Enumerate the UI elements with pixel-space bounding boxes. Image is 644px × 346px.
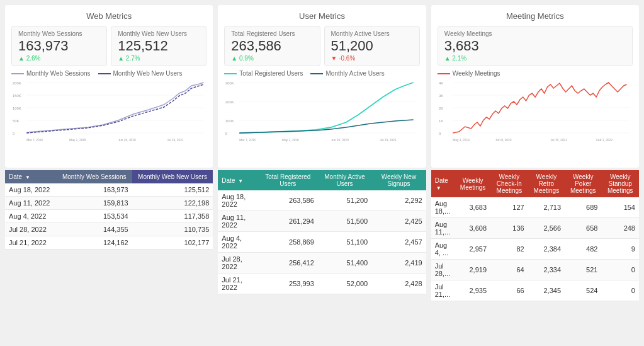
total-reg-cell: 263,586 xyxy=(258,190,318,211)
monthly-active-change: ▼ -0.6% xyxy=(331,55,413,62)
monthly-act-cell: 51,400 xyxy=(318,253,371,274)
web-date-cell: Aug 11, 2022 xyxy=(5,197,57,210)
standup-cell: 0 xyxy=(601,260,639,280)
standup-cell: 248 xyxy=(601,218,639,239)
total-reg-cell: 261,294 xyxy=(258,211,318,232)
total-registered-card: Total Registered Users 263,586 ▲ 0.9% xyxy=(224,26,320,66)
user-date-cell: Jul 21, 2022 xyxy=(218,274,257,294)
weekly-checkin-header[interactable]: Weekly Check-In Meetings xyxy=(490,170,528,197)
web-sessions-cell: 159,813 xyxy=(57,197,132,210)
web-date-cell: Jul 28, 2022 xyxy=(5,223,57,236)
monthly-active-card: Monthly Active Users 51,200 ▼ -0.6% xyxy=(324,26,420,66)
weekly-retro-header[interactable]: Weekly Retro Meetings xyxy=(528,170,565,197)
web-date-cell: Aug 4, 2022 xyxy=(5,210,57,223)
web-legend-new-users: Monthly Web New Users xyxy=(98,70,183,77)
weekly-mtg-cell: 2,957 xyxy=(455,239,490,260)
web-sessions-cell: 163,973 xyxy=(57,183,132,197)
web-new-users-cell: 117,358 xyxy=(132,210,213,223)
new-users-legend-line xyxy=(98,73,111,74)
table-row: Aug 11, 2022 261,294 51,500 2,425 xyxy=(218,211,426,232)
web-date-cell: Jul 21, 2022 xyxy=(5,236,57,250)
monthly-active-label: Monthly Active Users xyxy=(331,30,413,37)
svg-text:200K: 200K xyxy=(225,100,234,104)
total-legend-line xyxy=(224,73,237,74)
svg-text:0: 0 xyxy=(439,132,441,136)
table-row: Aug 4, 2022 258,869 51,100 2,457 xyxy=(218,232,426,253)
total-registered-change: ▲ 0.9% xyxy=(231,55,313,62)
svg-text:300K: 300K xyxy=(225,81,234,85)
web-table-panel: Date ▼ Monthly Web Sessions Monthly Web … xyxy=(5,170,213,341)
weekly-meetings-value: 3,683 xyxy=(444,38,626,54)
new-users-legend-label: Monthly Web New Users xyxy=(113,70,183,77)
web-chart: 200K 150K 100K 50K 0 Mar 7, 2 xyxy=(11,79,206,161)
poker-cell: 521 xyxy=(565,260,601,280)
meeting-panel-title: Meeting Metrics xyxy=(438,11,633,21)
user-legend-total: Total Registered Users xyxy=(224,70,303,77)
web-new-users-cell: 110,735 xyxy=(132,223,213,236)
monthly-active-value: 51,200 xyxy=(331,38,413,54)
meeting-chart-legend: Weekly Meetings xyxy=(438,70,633,77)
svg-text:100K: 100K xyxy=(13,107,21,110)
web-new-users-change: ▲ 2.7% xyxy=(118,55,200,62)
meeting-table-panel: Date ▼ Weekly Meetings Weekly Check-In M… xyxy=(431,170,639,341)
total-reg-cell: 256,412 xyxy=(258,253,318,274)
meeting-legend-weekly: Weekly Meetings xyxy=(438,70,500,77)
web-new-users-value: 125,512 xyxy=(118,38,200,54)
monthly-active-header[interactable]: Monthly Active Users xyxy=(318,170,371,190)
active-legend-label: Monthly Active Users xyxy=(325,70,384,77)
web-date-header[interactable]: Date ▼ xyxy=(5,170,57,183)
svg-text:100K: 100K xyxy=(225,119,234,123)
meeting-date-cell: Aug 4, ... xyxy=(431,239,456,260)
svg-text:Jul 24, 2021: Jul 24, 2021 xyxy=(167,139,184,142)
weekly-poker-header[interactable]: Weekly Poker Meetings xyxy=(565,170,601,197)
weekly-standup-header[interactable]: Weekly Standup Meetings xyxy=(601,170,639,197)
retro-cell: 2,345 xyxy=(528,280,565,301)
web-metrics-row: Monthly Web Sessions 163,973 ▲ 2.6% Mont… xyxy=(11,26,206,66)
user-table: Date ▼ Total Registered Users Monthly Ac… xyxy=(218,170,426,294)
charts-section: Web Metrics Monthly Web Sessions 163,973… xyxy=(0,0,644,170)
weekly-new-signups-header[interactable]: Weekly New Signups xyxy=(371,170,426,190)
web-chart-legend: Monthly Web Sessions Monthly Web New Use… xyxy=(11,70,206,77)
retro-cell: 2,713 xyxy=(528,197,565,218)
weekly-meetings-header[interactable]: Weekly Meetings xyxy=(455,170,490,197)
table-row: Jul 28,... 2,919 64 2,334 521 0 xyxy=(431,260,639,280)
weekly-legend-label: Weekly Meetings xyxy=(453,70,500,77)
table-row: Jul 21,... 2,935 66 2,345 524 0 xyxy=(431,280,639,301)
date-sort-icon: ▼ xyxy=(25,175,30,180)
svg-text:May 2, 2018: May 2, 2018 xyxy=(69,139,86,142)
dashboard: Web Metrics Monthly Web Sessions 163,973… xyxy=(0,0,644,346)
svg-text:May 2, 2018: May 2, 2018 xyxy=(282,139,299,142)
table-row: Aug 11, 2022 159,813 122,198 xyxy=(5,197,213,210)
retro-cell: 2,384 xyxy=(528,239,565,260)
standup-cell: 0 xyxy=(601,280,639,301)
web-new-users-header[interactable]: Monthly Web New Users xyxy=(132,170,213,183)
user-date-cell: Aug 18, 2022 xyxy=(218,190,257,211)
weekly-meetings-card: Weekly Meetings 3,683 ▲ 2.1% xyxy=(438,26,633,66)
meeting-date-header[interactable]: Date ▼ xyxy=(431,170,456,197)
sessions-legend-line xyxy=(11,73,24,74)
active-legend-line xyxy=(310,73,323,74)
meeting-date-cell: Jul 28,... xyxy=(431,260,456,280)
web-sessions-cell: 144,355 xyxy=(57,223,132,236)
poker-cell: 482 xyxy=(565,239,601,260)
total-registered-header[interactable]: Total Registered Users xyxy=(258,170,318,190)
user-table-panel: Date ▼ Total Registered Users Monthly Ac… xyxy=(218,170,426,341)
checkin-cell: 136 xyxy=(490,218,528,239)
table-row: Aug 11,... 3,608 136 2,566 658 248 xyxy=(431,218,639,239)
weekly-mtg-cell: 2,919 xyxy=(455,260,490,280)
web-metrics-panel: Web Metrics Monthly Web Sessions 163,973… xyxy=(5,5,213,168)
meeting-metrics-row: Weekly Meetings 3,683 ▲ 2.1% xyxy=(438,26,633,66)
monthly-act-cell: 51,100 xyxy=(318,232,371,253)
table-row: Jul 21, 2022 253,993 52,000 2,428 xyxy=(218,274,426,294)
retro-cell: 2,334 xyxy=(528,260,565,280)
monthly-act-cell: 51,200 xyxy=(318,190,371,211)
monthly-act-cell: 51,500 xyxy=(318,211,371,232)
web-panel-title: Web Metrics xyxy=(11,11,206,21)
user-date-header[interactable]: Date ▼ xyxy=(218,170,257,190)
web-chart-svg: 200K 150K 100K 50K 0 Mar 7, 2 xyxy=(11,79,206,142)
tables-section: Date ▼ Monthly Web Sessions Monthly Web … xyxy=(0,170,644,346)
meeting-date-cell: Jul 21,... xyxy=(431,280,456,301)
user-metrics-panel: User Metrics Total Registered Users 263,… xyxy=(218,5,426,168)
web-sessions-header[interactable]: Monthly Web Sessions xyxy=(57,170,132,183)
web-sessions-value: 163,973 xyxy=(18,38,100,54)
